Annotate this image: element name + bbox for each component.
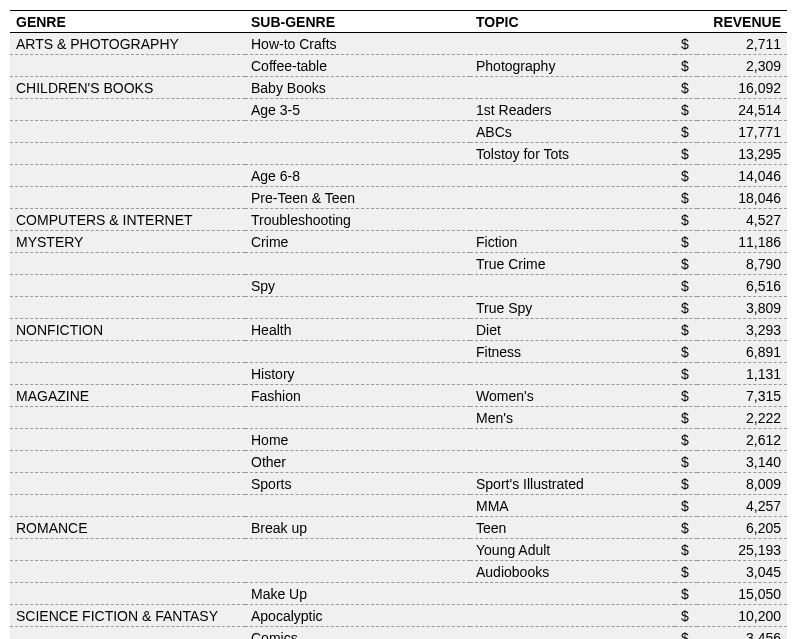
cell-topic: Diet <box>470 319 675 341</box>
cell-revenue: 25,193 <box>697 539 787 561</box>
cell-revenue: 8,009 <box>697 473 787 495</box>
cell-revenue: 3,293 <box>697 319 787 341</box>
table-row: COMPUTERS & INTERNETTroubleshooting$4,52… <box>10 209 787 231</box>
cell-subgenre <box>245 407 470 429</box>
cell-currency: $ <box>675 583 697 605</box>
cell-revenue: 2,309 <box>697 55 787 77</box>
cell-revenue: 11,186 <box>697 231 787 253</box>
cell-subgenre: How-to Crafts <box>245 33 470 55</box>
cell-currency: $ <box>675 363 697 385</box>
cell-currency: $ <box>675 55 697 77</box>
cell-revenue: 15,050 <box>697 583 787 605</box>
cell-subgenre <box>245 341 470 363</box>
cell-genre: MAGAZINE <box>10 385 245 407</box>
cell-genre <box>10 429 245 451</box>
cell-subgenre: Fashion <box>245 385 470 407</box>
table-row: Home$2,612 <box>10 429 787 451</box>
cell-subgenre: Coffee-table <box>245 55 470 77</box>
cell-genre: CHILDREN'S BOOKS <box>10 77 245 99</box>
table-row: MMA$4,257 <box>10 495 787 517</box>
cell-genre <box>10 55 245 77</box>
cell-genre <box>10 583 245 605</box>
cell-currency: $ <box>675 473 697 495</box>
cell-revenue: 3,809 <box>697 297 787 319</box>
cell-genre <box>10 121 245 143</box>
cell-topic: ABCs <box>470 121 675 143</box>
cell-genre <box>10 341 245 363</box>
cell-revenue: 2,222 <box>697 407 787 429</box>
table-row: Comics$3,456 <box>10 627 787 640</box>
cell-topic: 1st Readers <box>470 99 675 121</box>
cell-genre <box>10 143 245 165</box>
cell-subgenre <box>245 143 470 165</box>
cell-genre <box>10 495 245 517</box>
cell-revenue: 4,257 <box>697 495 787 517</box>
cell-subgenre <box>245 561 470 583</box>
cell-currency: $ <box>675 407 697 429</box>
cell-revenue: 10,200 <box>697 605 787 627</box>
cell-genre: ARTS & PHOTOGRAPHY <box>10 33 245 55</box>
cell-topic <box>470 429 675 451</box>
table-row: Coffee-tablePhotography$2,309 <box>10 55 787 77</box>
cell-topic: Fiction <box>470 231 675 253</box>
table-header-row: GENRE SUB-GENRE TOPIC REVENUE <box>10 11 787 33</box>
cell-currency: $ <box>675 495 697 517</box>
cell-subgenre: Age 6-8 <box>245 165 470 187</box>
cell-topic: True Crime <box>470 253 675 275</box>
cell-currency: $ <box>675 341 697 363</box>
cell-subgenre <box>245 297 470 319</box>
header-topic: TOPIC <box>470 11 675 33</box>
cell-currency: $ <box>675 429 697 451</box>
cell-revenue: 3,140 <box>697 451 787 473</box>
table-row: Spy$6,516 <box>10 275 787 297</box>
table-row: History$1,131 <box>10 363 787 385</box>
cell-revenue: 13,295 <box>697 143 787 165</box>
cell-revenue: 18,046 <box>697 187 787 209</box>
table-row: Young Adult$25,193 <box>10 539 787 561</box>
cell-currency: $ <box>675 451 697 473</box>
cell-genre: NONFICTION <box>10 319 245 341</box>
cell-topic <box>470 627 675 640</box>
cell-topic: Teen <box>470 517 675 539</box>
cell-currency: $ <box>675 121 697 143</box>
cell-currency: $ <box>675 275 697 297</box>
cell-revenue: 1,131 <box>697 363 787 385</box>
cell-topic <box>470 583 675 605</box>
cell-topic: True Spy <box>470 297 675 319</box>
cell-currency: $ <box>675 253 697 275</box>
cell-revenue: 17,771 <box>697 121 787 143</box>
cell-genre <box>10 253 245 275</box>
table-row: Fitness$6,891 <box>10 341 787 363</box>
cell-currency: $ <box>675 143 697 165</box>
table-row: Tolstoy for Tots$13,295 <box>10 143 787 165</box>
cell-revenue: 3,456 <box>697 627 787 640</box>
cell-subgenre: Troubleshooting <box>245 209 470 231</box>
cell-genre <box>10 473 245 495</box>
table-row: Make Up$15,050 <box>10 583 787 605</box>
cell-topic: Photography <box>470 55 675 77</box>
cell-subgenre: Crime <box>245 231 470 253</box>
table-row: Pre-Teen & Teen$18,046 <box>10 187 787 209</box>
cell-topic <box>470 165 675 187</box>
cell-subgenre: Sports <box>245 473 470 495</box>
cell-topic: Men's <box>470 407 675 429</box>
cell-revenue: 6,516 <box>697 275 787 297</box>
cell-subgenre: History <box>245 363 470 385</box>
table-row: Age 6-8$14,046 <box>10 165 787 187</box>
table-row: ROMANCEBreak upTeen$6,205 <box>10 517 787 539</box>
cell-topic <box>470 451 675 473</box>
cell-currency: $ <box>675 187 697 209</box>
revenue-table: GENRE SUB-GENRE TOPIC REVENUE ARTS & PHO… <box>10 10 787 639</box>
cell-genre: MYSTERY <box>10 231 245 253</box>
cell-topic: Sport's Illustrated <box>470 473 675 495</box>
cell-genre <box>10 165 245 187</box>
cell-genre <box>10 539 245 561</box>
cell-topic: Audiobooks <box>470 561 675 583</box>
cell-currency: $ <box>675 627 697 640</box>
cell-topic <box>470 363 675 385</box>
cell-topic <box>470 275 675 297</box>
cell-genre <box>10 407 245 429</box>
cell-revenue: 8,790 <box>697 253 787 275</box>
table-row: SCIENCE FICTION & FANTASYApocalyptic$10,… <box>10 605 787 627</box>
table-row: True Spy$3,809 <box>10 297 787 319</box>
